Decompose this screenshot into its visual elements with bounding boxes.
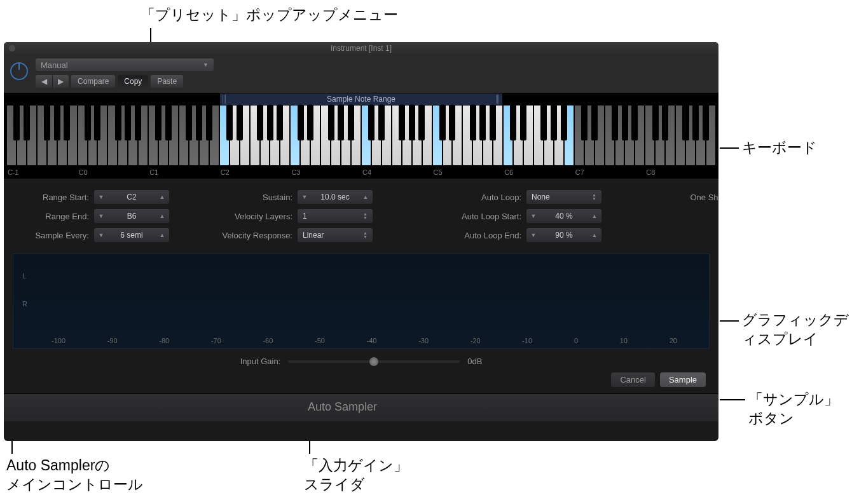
prev-preset-button[interactable]: ◀ xyxy=(36,75,52,88)
preset-popup-menu[interactable]: Manual ▼ xyxy=(36,58,214,71)
auto-loop-label: Auto Loop: xyxy=(481,193,521,202)
piano-black-key[interactable] xyxy=(298,105,304,140)
piano-black-key[interactable] xyxy=(470,105,476,140)
piano-black-key[interactable] xyxy=(703,105,709,140)
piano-black-key[interactable] xyxy=(510,105,516,140)
piano-black-key[interactable] xyxy=(54,105,60,140)
piano-black-key[interactable] xyxy=(44,105,50,140)
piano-black-key[interactable] xyxy=(622,105,628,140)
velocity-response-select[interactable]: Linear ▲▼ xyxy=(298,228,373,242)
piano-black-key[interactable] xyxy=(490,105,496,140)
next-preset-button[interactable]: ▶ xyxy=(52,75,69,88)
select-caret-icon: ▲▼ xyxy=(592,193,596,201)
paste-button[interactable]: Paste xyxy=(151,75,183,88)
sample-every-stepper[interactable]: ▼ 6 semi ▲ xyxy=(94,228,169,242)
cancel-button[interactable]: Cancel xyxy=(611,372,654,387)
sample-note-range-header[interactable]: Sample Note Range xyxy=(220,93,502,105)
piano-black-key[interactable] xyxy=(551,105,557,140)
chevron-up-icon[interactable]: ▲ xyxy=(155,232,169,238)
auto-loop-value: None xyxy=(532,193,550,201)
sample-button[interactable]: Sample xyxy=(660,372,706,387)
piano-black-key[interactable] xyxy=(520,105,526,140)
piano-black-key[interactable] xyxy=(399,105,405,140)
copy-button[interactable]: Copy xyxy=(118,75,148,88)
compare-button[interactable]: Compare xyxy=(71,75,115,88)
piano-black-key[interactable] xyxy=(267,105,273,140)
input-gain-label: Input Gain: xyxy=(240,357,281,366)
chevron-up-icon[interactable]: ▲ xyxy=(588,213,601,219)
piano-black-key[interactable] xyxy=(277,105,283,140)
tick-label: 0 xyxy=(574,337,578,344)
piano-black-key[interactable] xyxy=(13,105,20,140)
slider-thumb[interactable] xyxy=(369,357,378,366)
input-gain-slider[interactable] xyxy=(288,360,460,363)
piano-black-key[interactable] xyxy=(581,105,588,140)
piano-black-key[interactable] xyxy=(692,105,699,140)
window-titlebar[interactable]: Instrument [Inst 1] xyxy=(4,42,718,55)
select-caret-icon: ▲▼ xyxy=(363,212,368,220)
chevron-down-icon[interactable]: ▼ xyxy=(94,194,108,200)
piano-black-key[interactable] xyxy=(449,105,455,140)
piano-black-key[interactable] xyxy=(338,105,344,140)
piano-black-key[interactable] xyxy=(64,105,70,140)
piano-black-key[interactable] xyxy=(307,105,313,140)
piano-black-key[interactable] xyxy=(378,105,385,140)
piano-black-key[interactable] xyxy=(135,105,141,140)
piano-black-key[interactable] xyxy=(165,105,172,140)
piano-black-key[interactable] xyxy=(540,105,547,140)
piano-black-key[interactable] xyxy=(226,105,233,140)
piano-black-key[interactable] xyxy=(612,105,618,140)
octave-label: C1 xyxy=(148,166,219,179)
keyboard[interactable] xyxy=(4,105,718,166)
piano-black-key[interactable] xyxy=(237,105,243,140)
chevron-down-icon[interactable]: ▼ xyxy=(526,232,540,238)
piano-black-key[interactable] xyxy=(409,105,415,140)
piano-black-key[interactable] xyxy=(652,105,659,140)
piano-black-key[interactable] xyxy=(94,105,100,140)
piano-black-key[interactable] xyxy=(561,105,567,140)
piano-black-key[interactable] xyxy=(115,105,121,140)
piano-black-key[interactable] xyxy=(24,105,30,140)
piano-black-key[interactable] xyxy=(368,105,375,140)
chevron-up-icon[interactable]: ▲ xyxy=(359,194,373,200)
piano-black-key[interactable] xyxy=(186,105,192,140)
chevron-down-icon[interactable]: ▼ xyxy=(298,194,312,200)
velocity-layers-select[interactable]: 1 ▲▼ xyxy=(298,209,373,223)
piano-black-key[interactable] xyxy=(85,105,91,140)
piano-black-key[interactable] xyxy=(348,105,354,140)
piano-black-key[interactable] xyxy=(155,105,161,140)
chevron-down-icon[interactable]: ▼ xyxy=(94,213,108,219)
range-start-label: Range Start: xyxy=(43,193,89,202)
piano-black-key[interactable] xyxy=(196,105,202,140)
range-start-stepper[interactable]: ▼ C2 ▲ xyxy=(94,190,169,204)
piano-black-key[interactable] xyxy=(206,105,212,140)
octave-label: C4 xyxy=(361,166,432,179)
annotation-preset-menu: 「プリセット」ポップアップメニュー xyxy=(141,6,398,25)
octave-label: C8 xyxy=(645,166,716,179)
piano-black-key[interactable] xyxy=(682,105,689,140)
chevron-down-icon[interactable]: ▼ xyxy=(526,213,540,219)
auto-loop-end-stepper[interactable]: ▼ 90 % ▲ xyxy=(526,228,601,242)
sustain-stepper[interactable]: ▼ 10.0 sec ▲ xyxy=(298,190,373,204)
chevron-up-icon[interactable]: ▲ xyxy=(155,213,169,219)
range-end-stepper[interactable]: ▼ B6 ▲ xyxy=(94,209,169,223)
octave-label: C7 xyxy=(574,166,645,179)
piano-black-key[interactable] xyxy=(418,105,425,140)
chevron-up-icon[interactable]: ▲ xyxy=(155,194,169,200)
piano-black-key[interactable] xyxy=(257,105,263,140)
piano-black-key[interactable] xyxy=(125,105,131,140)
piano-black-key[interactable] xyxy=(662,105,668,140)
auto-loop-select[interactable]: None ▲▼ xyxy=(526,190,601,204)
piano-black-key[interactable] xyxy=(439,105,446,140)
chevron-down-icon[interactable]: ▼ xyxy=(94,232,108,238)
piano-black-key[interactable] xyxy=(328,105,334,140)
piano-black-key[interactable] xyxy=(479,105,486,140)
annotation-keyboard: キーボード xyxy=(742,139,817,158)
chevron-up-icon[interactable]: ▲ xyxy=(588,232,601,238)
close-icon[interactable] xyxy=(9,45,15,51)
auto-loop-start-stepper[interactable]: ▼ 40 % ▲ xyxy=(526,209,601,223)
sample-range-wrap: Sample Note Range C-1C0C1C2C3C4C5C6C7C8 xyxy=(4,93,718,179)
power-button[interactable] xyxy=(10,62,28,80)
piano-black-key[interactable] xyxy=(591,105,598,140)
piano-black-key[interactable] xyxy=(631,105,638,140)
